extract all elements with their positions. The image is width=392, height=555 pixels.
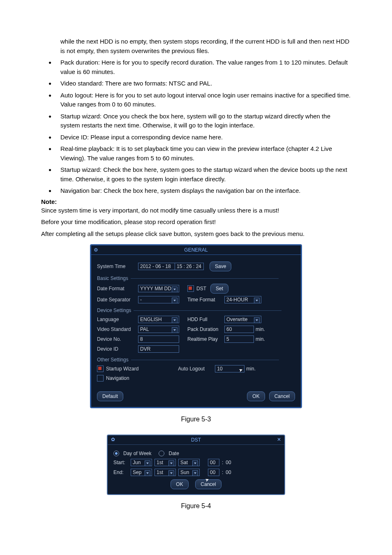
chevron-down-icon — [192, 460, 198, 466]
pack-duration-field[interactable]: 60 — [224, 326, 254, 333]
time-format-label: Time Format — [187, 297, 224, 303]
dst-dialog: ✿ DST ✕ Day of Week Date Start: Jun 1st … — [107, 435, 285, 495]
chevron-down-icon — [172, 317, 178, 323]
day-of-week-radio[interactable] — [113, 451, 119, 456]
list-item: Startup wizard: Once you check the box h… — [41, 112, 351, 130]
start-hour-field[interactable]: 00 — [208, 459, 219, 466]
dialog-icon: ✿ — [111, 437, 115, 442]
chevron-down-icon — [145, 470, 150, 476]
device-no-label: Device No. — [97, 336, 138, 342]
date-label: Date — [168, 451, 179, 456]
pack-duration-label: Pack Duration — [187, 326, 224, 332]
dst-checkbox[interactable] — [187, 285, 194, 292]
video-standard-label: Video Standard — [97, 326, 138, 332]
realtime-play-field[interactable]: 5 — [224, 335, 254, 343]
list-item: Auto logout: Here is for you to set auto… — [41, 91, 351, 109]
chevron-down-icon — [172, 327, 178, 333]
list-item: Startup wizard: Check the box here, syst… — [41, 165, 351, 184]
end-week-select[interactable]: 1st — [154, 469, 176, 476]
chevron-down-icon — [145, 460, 150, 466]
date-format-select[interactable]: YYYY MM DD — [138, 285, 179, 292]
chevron-down-icon — [254, 298, 260, 303]
unit-min: min. — [246, 366, 256, 372]
hdd-full-select[interactable]: Overwrite — [224, 316, 261, 323]
list-item: Real-time playback: It is to set playbac… — [41, 144, 351, 163]
device-no-field[interactable]: 8 — [138, 335, 179, 343]
day-of-week-label: Day of Week — [123, 451, 151, 456]
note-line: Before your time modification, please st… — [41, 217, 351, 227]
note-heading: Note: — [41, 198, 351, 205]
dst-cancel-button[interactable]: Cancel ➤ — [195, 479, 221, 489]
end-month-select[interactable]: Sep — [131, 469, 152, 476]
feature-bullet-list: Pack duration: Here is for you to specif… — [41, 58, 351, 196]
system-time-label: System Time — [97, 264, 138, 269]
basic-settings-section: Basic Settings — [97, 275, 295, 281]
date-separator-label: Date Separator — [97, 297, 138, 303]
other-settings-section: Other Settings — [97, 357, 295, 363]
chevron-down-icon — [172, 298, 178, 303]
cursor-icon: ➤ — [238, 366, 244, 374]
list-item: Navigation bar: Check the box here, syst… — [41, 186, 351, 196]
dialog-icon: ⚙ — [94, 247, 98, 253]
chevron-down-icon — [168, 460, 174, 466]
chevron-down-icon — [168, 470, 174, 476]
date-radio[interactable] — [159, 451, 164, 456]
chevron-down-icon — [192, 470, 198, 476]
time-format-select[interactable]: 24-HOUR — [224, 296, 261, 303]
date-separator-select[interactable]: - — [138, 296, 179, 303]
end-min: 00 — [226, 469, 231, 475]
video-standard-select[interactable]: PAL — [138, 326, 179, 333]
figure-caption: Figure 5-3 — [41, 416, 351, 423]
dst-label: DST — [196, 286, 206, 291]
figure-caption: Figure 5-4 — [41, 502, 351, 510]
device-id-field[interactable]: DVR — [138, 345, 179, 353]
intro-continuation: while the next HDD is no empty, then sys… — [41, 37, 351, 56]
navigation-label: Navigation — [106, 375, 129, 381]
auto-logout-label: Auto Logout — [178, 366, 215, 372]
general-dialog: ⚙ GENERAL System Time 2012 - 06 - 18 15 … — [90, 244, 302, 408]
chevron-down-icon — [172, 287, 178, 292]
dst-ok-button[interactable]: OK — [171, 479, 188, 489]
realtime-play-label: Realtime Play — [187, 336, 224, 342]
language-label: Language — [97, 317, 138, 322]
chevron-down-icon — [254, 317, 260, 323]
default-button[interactable]: Default — [97, 391, 123, 401]
time-colon: : — [222, 460, 223, 465]
dst-title: DST — [191, 437, 201, 443]
device-id-label: Device ID — [97, 346, 138, 352]
startup-wizard-label: Startup Wizard — [106, 366, 138, 372]
end-day-select[interactable]: Sun — [178, 469, 200, 476]
device-settings-section: Device Settings — [97, 308, 295, 313]
cancel-button[interactable]: Cancel — [269, 391, 295, 401]
list-item: Video standard: There are two formats: N… — [41, 79, 351, 88]
ok-button[interactable]: OK — [247, 391, 265, 401]
start-month-select[interactable]: Jun — [131, 459, 152, 466]
start-day-select[interactable]: Sat — [178, 459, 200, 466]
system-date-field[interactable]: 2012 - 06 - 18 — [138, 263, 175, 270]
start-label: Start: — [113, 460, 128, 465]
dst-set-button[interactable]: Set — [210, 284, 228, 294]
end-label: End: — [113, 469, 128, 475]
note-line: Since system time is very important, do … — [41, 206, 351, 215]
close-icon[interactable]: ✕ — [277, 437, 281, 442]
save-button[interactable]: Save — [210, 261, 231, 271]
startup-wizard-checkbox[interactable] — [97, 365, 104, 372]
list-item: Pack duration: Here is for you to specif… — [41, 58, 351, 76]
end-hour-field[interactable]: 00 — [208, 469, 219, 476]
system-time-field[interactable]: 15 : 26 : 24 — [175, 263, 204, 270]
language-select[interactable]: ENGLISH — [138, 316, 179, 323]
navigation-checkbox[interactable] — [97, 375, 104, 382]
list-item: Device ID: Please input a corresponding … — [41, 133, 351, 142]
time-colon: : — [222, 469, 223, 475]
unit-min: min. — [256, 326, 265, 332]
date-format-label: Date Format — [97, 286, 138, 291]
auto-logout-field[interactable]: 10 ➤ — [215, 365, 244, 372]
start-min: 00 — [226, 460, 231, 465]
dialog-title: GENERAL — [184, 247, 208, 253]
note-line: After completing all the setups please c… — [41, 229, 351, 239]
unit-min: min. — [256, 336, 265, 342]
hdd-full-label: HDD Full — [187, 317, 224, 322]
start-week-select[interactable]: 1st — [154, 459, 176, 466]
